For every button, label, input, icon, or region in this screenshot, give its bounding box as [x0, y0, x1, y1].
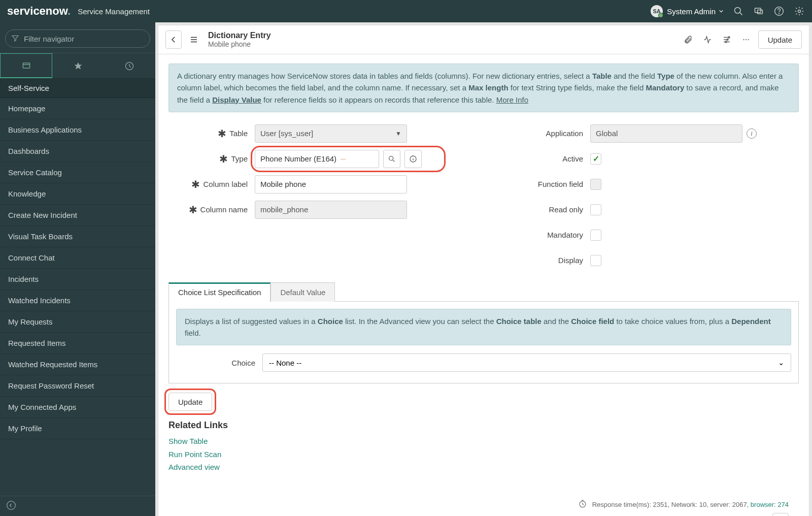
row-column-name: ✱Column name	[168, 201, 473, 219]
logo-text-1: service	[7, 5, 46, 17]
nav-item-homepage[interactable]: Homepage	[0, 98, 155, 119]
link-advanced-view[interactable]: Advanced view	[168, 461, 799, 474]
label-column-label: ✱Column label	[168, 178, 255, 190]
header-update-button[interactable]: Update	[758, 30, 802, 49]
link-show-table[interactable]: Show Table	[168, 435, 799, 448]
activity-icon[interactable]	[700, 33, 715, 47]
field-choice-value: -- None --	[269, 359, 301, 367]
help-icon[interactable]	[773, 6, 785, 17]
tab-choice-list[interactable]: Choice List Specification	[168, 282, 270, 302]
type-lookup-button[interactable]	[383, 150, 400, 168]
svg-point-5	[798, 10, 801, 13]
search-icon[interactable]	[733, 6, 744, 17]
application-info-icon[interactable]: i	[747, 128, 757, 139]
required-icon: ✱	[218, 127, 226, 140]
nav-item-service-catalog[interactable]: Service Catalog	[0, 162, 155, 183]
nav-tabs	[0, 53, 155, 79]
label-function-field: Function field	[494, 180, 590, 188]
nav-tab-history[interactable]	[104, 53, 155, 78]
nav-group-self-service[interactable]: Self-Service	[0, 79, 155, 98]
nav-tab-all[interactable]	[0, 53, 52, 78]
nav-item-create-new-incident[interactable]: Create New Incident	[0, 205, 155, 226]
avatar: SA	[651, 5, 663, 17]
field-application	[590, 124, 742, 143]
logo: servicenow.	[7, 5, 71, 18]
choice-info-b4: Dependent	[731, 317, 771, 326]
info-bold-1: Table	[592, 72, 612, 80]
label-type-text: Type	[231, 154, 248, 163]
row-active: Active	[494, 150, 799, 168]
row-function-field: Function field	[494, 175, 799, 194]
choice-info-5: field.	[185, 329, 201, 337]
nav-tab-favorites[interactable]	[52, 53, 104, 78]
nav-item-requested-items[interactable]: Requested Items	[0, 333, 155, 354]
related-links: Related Links Show Table Run Point Scan …	[168, 420, 799, 474]
nav-item-my-connected-apps[interactable]: My Connected Apps	[0, 397, 155, 418]
menu-icon[interactable]	[187, 33, 201, 47]
field-table[interactable]: User [sys_user]▼	[255, 124, 407, 143]
info-text-4: for text String type fields, make the fi…	[509, 83, 646, 92]
user-menu[interactable]: SA System Admin	[651, 5, 724, 17]
header-subtitle: Mobile phone	[208, 40, 271, 48]
choice-info-4: to take choice values from, plus a	[614, 317, 731, 326]
svg-point-11	[725, 41, 727, 43]
nav-item-my-profile[interactable]: My Profile	[0, 418, 155, 439]
required-icon: ✱	[191, 178, 200, 190]
nav-filter-wrap	[0, 22, 155, 53]
type-info-button[interactable]	[404, 150, 422, 168]
required-icon: ✱	[219, 153, 228, 165]
label-column-label-text: Column label	[203, 180, 248, 188]
info-text-6: for reference fields so it appears on re…	[261, 95, 496, 104]
nav-item-request-password-reset[interactable]: Request Password Reset	[0, 375, 155, 397]
form-col-right: Application i Active Function field	[494, 124, 799, 277]
checkbox-mandatory[interactable]	[590, 230, 601, 241]
row-choice: Choice -- None -- ⌄	[176, 353, 791, 372]
nav-item-knowledge[interactable]: Knowledge	[0, 183, 155, 205]
gear-icon[interactable]	[794, 6, 805, 17]
bottom-update-button[interactable]: Update	[168, 393, 212, 411]
nav-footer	[0, 496, 155, 516]
nav-item-incidents[interactable]: Incidents	[0, 269, 155, 290]
checkbox-readonly[interactable]	[590, 204, 601, 215]
personalize-icon[interactable]	[720, 33, 734, 47]
nav-filter-input[interactable]	[5, 29, 150, 48]
form-header: Dictionary Entry Mobile phone Update	[158, 25, 809, 54]
nav-item-my-requests[interactable]: My Requests	[0, 311, 155, 333]
svg-point-14	[748, 39, 749, 40]
scroll-down-button[interactable]: ⌄	[772, 513, 789, 516]
checkbox-display[interactable]	[590, 255, 601, 266]
more-icon[interactable]	[739, 33, 753, 47]
row-type: ✱Type Phone Number (E164)—	[168, 150, 473, 168]
chat-icon[interactable]	[753, 6, 764, 17]
nav-item-visual-task-boards[interactable]: Visual Task Boards	[0, 226, 155, 247]
nav-item-business-applications[interactable]: Business Applications	[0, 119, 155, 141]
tab-default-value[interactable]: Default Value	[270, 282, 335, 302]
field-choice[interactable]: -- None -- ⌄	[262, 353, 791, 372]
nav-item-watched-requested-items[interactable]: Watched Requested Items	[0, 354, 155, 375]
nav-collapse-icon[interactable]	[6, 500, 16, 512]
checkbox-active[interactable]	[590, 153, 601, 165]
nav-item-watched-incidents[interactable]: Watched Incidents	[0, 290, 155, 311]
label-readonly: Read only	[494, 205, 590, 214]
nav-item-connect-chat[interactable]: Connect Chat	[0, 247, 155, 269]
row-application: Application i	[494, 124, 799, 143]
label-table-text: Table	[229, 129, 248, 138]
attachment-icon[interactable]	[681, 33, 695, 47]
field-type[interactable]: Phone Number (E164)—	[255, 150, 379, 168]
caret-down-icon: ▼	[395, 130, 401, 137]
info-text-1: A dictionary entry manages how ServiceNo…	[177, 72, 592, 80]
nav-item-dashboards[interactable]: Dashboards	[0, 141, 155, 162]
type-group: Phone Number (E164)—	[255, 150, 422, 168]
header-title: Dictionary Entry	[208, 31, 271, 40]
back-button[interactable]	[165, 30, 182, 49]
content-area: Dictionary Entry Mobile phone Update A d…	[155, 22, 812, 516]
more-info-link[interactable]: More Info	[496, 95, 528, 104]
label-mandatory: Mandatory	[494, 231, 590, 239]
form-grid: ✱Table User [sys_user]▼ ✱Type Phone Numb…	[168, 124, 799, 277]
link-run-point-scan[interactable]: Run Point Scan	[168, 448, 799, 461]
svg-point-0	[735, 8, 741, 14]
form-body: A dictionary entry manages how ServiceNo…	[158, 54, 809, 516]
field-column-label[interactable]	[255, 175, 407, 194]
svg-point-4	[779, 13, 780, 14]
info-bold-5: Display Value	[212, 95, 261, 104]
